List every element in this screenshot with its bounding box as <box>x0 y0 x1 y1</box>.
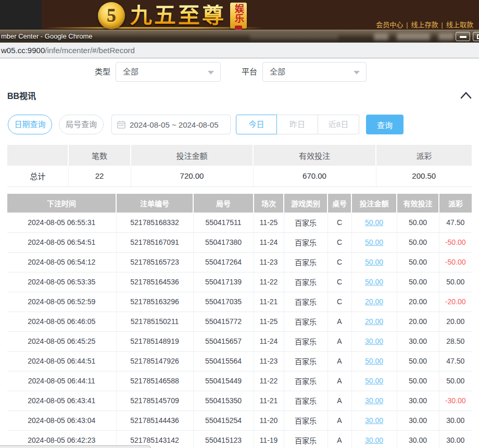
bet-amount-link[interactable]: 20.00 <box>351 292 397 312</box>
nav-link-deposit[interactable]: 线上存款 <box>411 21 438 29</box>
table-row: 2024-08-05 06:44:11 521785146588 5504154… <box>7 371 472 391</box>
brand-badge: 娱乐 <box>230 3 247 29</box>
date-query-button[interactable]: 日期查询 <box>8 115 52 134</box>
search-button[interactable]: 查询 <box>366 115 404 134</box>
logo-coin-icon: 5 <box>98 2 125 29</box>
bet-amount-link[interactable]: 30.00 <box>351 430 397 448</box>
cell-valid-bet: 30.00 <box>397 331 439 351</box>
cell-bet-time: 2024-08-05 06:45:25 <box>7 331 116 351</box>
bet-amount-link[interactable]: 50.00 <box>351 232 397 252</box>
bet-amount-link[interactable]: 50.00 <box>351 213 397 232</box>
bet-amount-link[interactable]: 50.00 <box>351 371 397 391</box>
calendar-icon <box>117 120 125 129</box>
cell-session: 11-25 <box>254 213 284 232</box>
cell-order-no: 521785167091 <box>116 232 193 252</box>
nav-link-withdraw[interactable]: 线上取款 <box>446 21 473 29</box>
table-row: 2024-08-05 06:54:12 521785165723 5504172… <box>7 252 472 272</box>
cell-game-type: 百家乐 <box>284 371 327 391</box>
bet-amount-link[interactable]: 50.00 <box>351 272 397 292</box>
maximize-icon <box>477 34 479 39</box>
cell-order-no: 521785163296 <box>116 292 193 312</box>
top-nav: 会员中心|线上存款|线上取款 <box>374 19 475 29</box>
cell-payout: 47.50 <box>439 213 472 232</box>
header-session: 场次 <box>254 194 284 213</box>
bet-amount-link[interactable]: 30.00 <box>351 410 397 430</box>
date-range-value: 2024-08-05 ~ 2024-08-05 <box>130 120 219 129</box>
cell-valid-bet: 50.00 <box>397 351 439 371</box>
section-title: BB视讯 <box>7 89 36 102</box>
cell-order-no: 521785145709 <box>116 391 193 410</box>
summary-count: 22 <box>68 166 131 186</box>
cell-session: 11-22 <box>254 272 284 292</box>
cell-round-no: 550417035 <box>193 292 254 312</box>
cell-session: 11-23 <box>254 351 284 371</box>
chevron-down-icon <box>208 71 214 74</box>
table-row: 2024-08-05 06:43:41 521785145709 5504153… <box>7 391 472 410</box>
cell-game-type: 百家乐 <box>284 391 327 410</box>
cell-session: 11-21 <box>254 391 284 410</box>
round-query-button[interactable]: 局号查询 <box>59 115 104 134</box>
browser-urlbar[interactable]: w05.cc:9900/infe/mcenter/#/betRecord <box>0 43 479 58</box>
header-valid-bet: 有效投注 <box>397 194 439 213</box>
cell-round-no: 550415254 <box>193 410 254 430</box>
cell-table-no: A <box>327 312 351 331</box>
bet-amount-link[interactable]: 30.00 <box>351 331 397 351</box>
cell-game-type: 百家乐 <box>284 232 327 252</box>
yesterday-button[interactable]: 昨日 <box>277 115 318 134</box>
date-range-picker[interactable]: 2024-08-05 ~ 2024-08-05 <box>111 115 231 134</box>
cell-payout: 50.00 <box>439 371 472 391</box>
cell-session: 11-24 <box>254 232 284 252</box>
today-button[interactable]: 今日 <box>236 115 277 134</box>
cell-game-type: 百家乐 <box>284 351 327 371</box>
cell-valid-bet: 30.00 <box>397 391 439 410</box>
header-order-no: 注单编号 <box>116 194 193 213</box>
desktop-dark-area <box>0 0 42 30</box>
collapse-chevron-icon[interactable] <box>460 91 472 99</box>
summary-payout: 200.50 <box>376 166 472 186</box>
cell-payout: 28.50 <box>439 331 472 351</box>
bet-table-body: 2024-08-05 06:55:31 521785168332 5504175… <box>7 213 472 448</box>
bet-amount-link[interactable]: 20.00 <box>351 312 397 331</box>
query-bar: 日期查询 局号查询 2024-08-05 ~ 2024-08-05 今日 昨日 … <box>0 115 479 134</box>
cell-valid-bet: 20.00 <box>397 312 439 331</box>
cell-session: 11-23 <box>254 252 284 272</box>
bet-amount-link[interactable]: 50.00 <box>351 351 397 371</box>
cell-game-type: 百家乐 <box>284 410 327 430</box>
bet-amount-link[interactable]: 30.00 <box>351 391 397 410</box>
cell-round-no: 550415657 <box>193 331 254 351</box>
minimize-icon <box>460 36 467 38</box>
header-game-type: 游戏类别 <box>284 194 327 213</box>
table-row: 2024-08-05 06:44:51 521785147926 5504155… <box>7 351 472 371</box>
header-table-no: 桌号 <box>327 194 351 213</box>
platform-select-value: 全部 <box>270 67 285 76</box>
cell-game-type: 百家乐 <box>284 213 327 232</box>
cell-bet-time: 2024-08-05 06:44:11 <box>7 371 116 391</box>
cell-round-no: 550417511 <box>193 213 254 232</box>
cell-round-no: 550415449 <box>193 371 254 391</box>
type-select[interactable]: 全部 <box>116 62 221 82</box>
summary-valid-bet: 670.00 <box>253 166 376 186</box>
cell-game-type: 百家乐 <box>284 312 327 331</box>
window-title: mber Center - Google Chrome <box>1 32 93 40</box>
nav-link-member-center[interactable]: 会员中心 <box>376 21 403 29</box>
cell-order-no: 521785165723 <box>116 252 193 272</box>
bet-record-table: 下注时间 注单编号 局号 场次 游戏类别 桌号 投注金额 有效投注 派彩 202… <box>7 194 472 448</box>
last-8-days-button[interactable]: 近8日 <box>318 115 359 134</box>
cell-valid-bet: 50.00 <box>397 232 439 252</box>
blurred-background-decoration <box>250 34 338 40</box>
minimize-button[interactable] <box>456 32 470 41</box>
platform-select[interactable]: 全部 <box>262 62 367 82</box>
cell-game-type: 百家乐 <box>284 272 327 292</box>
nav-separator: | <box>406 21 408 29</box>
maximize-button[interactable] <box>473 32 479 41</box>
header-bet-amount: 投注金额 <box>351 194 397 213</box>
cell-round-no: 550415564 <box>193 351 254 371</box>
cell-bet-time: 2024-08-05 06:43:41 <box>7 391 116 410</box>
cell-valid-bet: 50.00 <box>397 252 439 272</box>
cell-order-no: 521785144436 <box>116 410 193 430</box>
blurred-account-text <box>374 33 388 40</box>
browser-titlebar[interactable]: mber Center - Google Chrome <box>0 30 479 43</box>
quick-range-group: 今日 昨日 近8日 <box>236 115 359 134</box>
bet-amount-link[interactable]: 50.00 <box>351 252 397 272</box>
summary-total-row: 总计 22 720.00 670.00 200.50 <box>7 166 472 186</box>
